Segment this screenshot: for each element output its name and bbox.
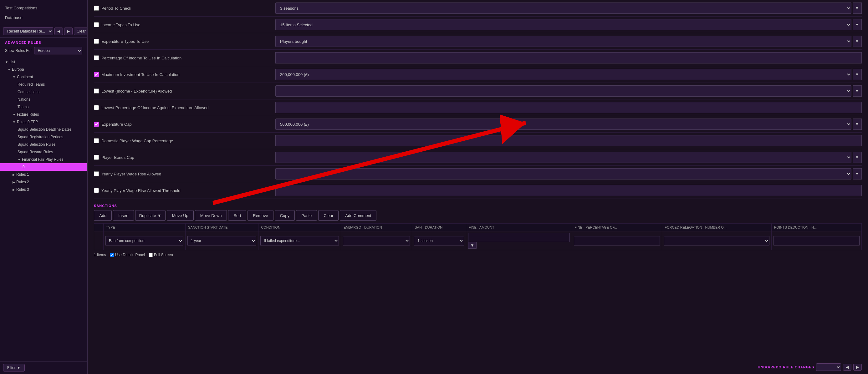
- investment-dropdown-btn[interactable]: ▼: [852, 69, 862, 80]
- paste-button[interactable]: Paste: [296, 210, 317, 221]
- tree-item-required-teams[interactable]: Required Teams: [0, 81, 87, 88]
- tree-item-continent[interactable]: ▼ Continent: [0, 73, 87, 81]
- tree-item-rules-0-fpp[interactable]: ▼ Rules 0 FPP: [0, 118, 87, 126]
- nav-clear-button[interactable]: Clear: [74, 28, 88, 35]
- fine-amount-input[interactable]: [468, 233, 570, 242]
- tree-item-squad-deadline[interactable]: Squad Selection Deadline Dates: [0, 126, 87, 133]
- nav-back-button[interactable]: ◀: [55, 28, 63, 35]
- cell-fine-pct[interactable]: [572, 231, 662, 250]
- cell-start-date[interactable]: 1 year: [186, 231, 258, 250]
- tree-item-ffp-0[interactable]: 0: [0, 163, 87, 171]
- nav-forward-button[interactable]: ▶: [64, 28, 72, 35]
- clear-button[interactable]: Clear: [318, 210, 339, 221]
- yearly-threshold-input[interactable]: [275, 185, 862, 196]
- recent-database-dropdown[interactable]: Recent Database Re...: [3, 27, 53, 35]
- tree-item-squad-reward-rules[interactable]: Squad Reward Rules: [0, 148, 87, 156]
- remove-button[interactable]: Remove: [248, 210, 273, 221]
- use-details-panel-label[interactable]: Use Details Panel: [110, 253, 145, 257]
- checkbox-yearly-wage-rise[interactable]: [94, 171, 99, 176]
- tree-item-rules-1[interactable]: ▶ Rules 1: [0, 171, 87, 178]
- checkbox-exp-cap[interactable]: [94, 122, 99, 127]
- checkbox-yearly-threshold[interactable]: [94, 188, 99, 193]
- ban-duration-select[interactable]: 1 season: [414, 236, 464, 245]
- lowest-pct-input[interactable]: [275, 102, 862, 113]
- embargo-select[interactable]: [343, 236, 410, 245]
- checkbox-period[interactable]: [94, 6, 99, 11]
- tree-item-competitions[interactable]: Competitions: [0, 88, 87, 96]
- income-select[interactable]: 15 Items Selected: [275, 19, 851, 30]
- chevron-right-icon: ▶: [12, 173, 15, 176]
- cell-fine-amount[interactable]: ▼: [466, 231, 572, 250]
- percentage-input[interactable]: [275, 52, 862, 64]
- cell-type[interactable]: Ban from competition: [103, 231, 186, 250]
- relegation-select[interactable]: [664, 236, 769, 245]
- undo-redo-select[interactable]: [816, 363, 841, 371]
- full-screen-checkbox[interactable]: [149, 253, 153, 257]
- tree-item-squad-selection-rules[interactable]: Squad Selection Rules: [0, 141, 87, 148]
- move-up-button[interactable]: Move Up: [167, 210, 194, 221]
- filter-button[interactable]: Filter ▼: [3, 364, 25, 372]
- exp-cap-dropdown-btn[interactable]: ▼: [852, 118, 862, 130]
- tree-item-europa[interactable]: ▼ Europa: [0, 66, 87, 73]
- start-date-select[interactable]: 1 year: [187, 236, 256, 245]
- tree-item-teams[interactable]: Teams: [0, 103, 87, 111]
- points-input[interactable]: [774, 236, 860, 245]
- checkbox-lowest-income[interactable]: [94, 89, 99, 94]
- use-details-panel-checkbox[interactable]: [110, 253, 114, 257]
- fine-amount-dropdown-btn[interactable]: ▼: [468, 242, 476, 248]
- checkbox-percentage[interactable]: [94, 55, 99, 60]
- show-rules-select[interactable]: Europa: [34, 47, 82, 55]
- checkbox-domestic-wage[interactable]: [94, 138, 99, 143]
- condition-select[interactable]: If failed expenditure...: [260, 236, 339, 245]
- tree-item-rules-2[interactable]: ▶ Rules 2: [0, 178, 87, 186]
- cell-relegation[interactable]: [662, 231, 772, 250]
- checkbox-lowest-pct[interactable]: [94, 105, 99, 110]
- investment-select[interactable]: 200,000,000 (£): [275, 69, 851, 80]
- copy-button[interactable]: Copy: [275, 210, 295, 221]
- tree-item-nations[interactable]: Nations: [0, 96, 87, 103]
- domestic-wage-input[interactable]: [275, 135, 862, 146]
- chevron-down-icon: ▼: [157, 213, 161, 218]
- tree-item-list[interactable]: ▼ List: [0, 58, 87, 66]
- checkbox-income[interactable]: [94, 22, 99, 27]
- tree-item-squad-registration[interactable]: Squad Registration Periods: [0, 133, 87, 141]
- rule-value-lowest-pct: [275, 102, 862, 113]
- row-number: [94, 231, 103, 250]
- cell-ban-duration[interactable]: 1 season: [412, 231, 466, 250]
- tree-item-financial-fair-play[interactable]: ▼ Financial Fair Play Rules: [0, 156, 87, 163]
- period-select[interactable]: 3 seasons: [275, 2, 851, 14]
- exp-cap-select[interactable]: 500,000,000 (£): [275, 118, 851, 130]
- redo-button[interactable]: ▶: [853, 364, 862, 371]
- type-select[interactable]: Ban from competition: [105, 236, 183, 245]
- player-bonus-select[interactable]: [275, 152, 851, 163]
- yearly-wage-rise-dropdown-btn[interactable]: ▼: [852, 168, 862, 179]
- income-dropdown-btn[interactable]: ▼: [852, 19, 862, 30]
- yearly-wage-rise-select[interactable]: [275, 168, 851, 179]
- sidebar-item-database[interactable]: Database: [0, 13, 87, 23]
- cell-points[interactable]: [771, 231, 861, 250]
- sort-button[interactable]: Sort: [228, 210, 246, 221]
- expenditure-select[interactable]: Players bought: [275, 36, 851, 47]
- add-button[interactable]: Add: [94, 210, 112, 221]
- expenditure-dropdown-btn[interactable]: ▼: [852, 36, 862, 47]
- tree-item-rules-3[interactable]: ▶ Rules 3: [0, 186, 87, 193]
- cell-embargo[interactable]: [341, 231, 412, 250]
- chevron-right-icon: ▶: [12, 180, 15, 184]
- insert-button[interactable]: Insert: [113, 210, 134, 221]
- undo-button[interactable]: ◀: [843, 364, 851, 371]
- move-down-button[interactable]: Move Down: [195, 210, 227, 221]
- cell-condition[interactable]: If failed expenditure...: [258, 231, 341, 250]
- full-screen-label[interactable]: Full Screen: [149, 253, 173, 257]
- tree-item-fixture-rules[interactable]: ▼ Fixture Rules: [0, 111, 87, 118]
- period-dropdown-btn[interactable]: ▼: [852, 2, 862, 14]
- duplicate-button[interactable]: Duplicate ▼: [135, 210, 165, 221]
- checkbox-investment[interactable]: [94, 72, 99, 77]
- checkbox-expenditure[interactable]: [94, 39, 99, 44]
- player-bonus-dropdown-btn[interactable]: ▼: [852, 152, 862, 163]
- checkbox-player-bonus[interactable]: [94, 155, 99, 160]
- sidebar-item-test-competitions[interactable]: Test Competitions: [0, 3, 87, 13]
- fine-pct-input[interactable]: [574, 236, 660, 245]
- lowest-income-dropdown-btn[interactable]: ▼: [852, 86, 862, 97]
- lowest-income-select[interactable]: [275, 86, 851, 97]
- add-comment-button[interactable]: Add Comment: [340, 210, 376, 221]
